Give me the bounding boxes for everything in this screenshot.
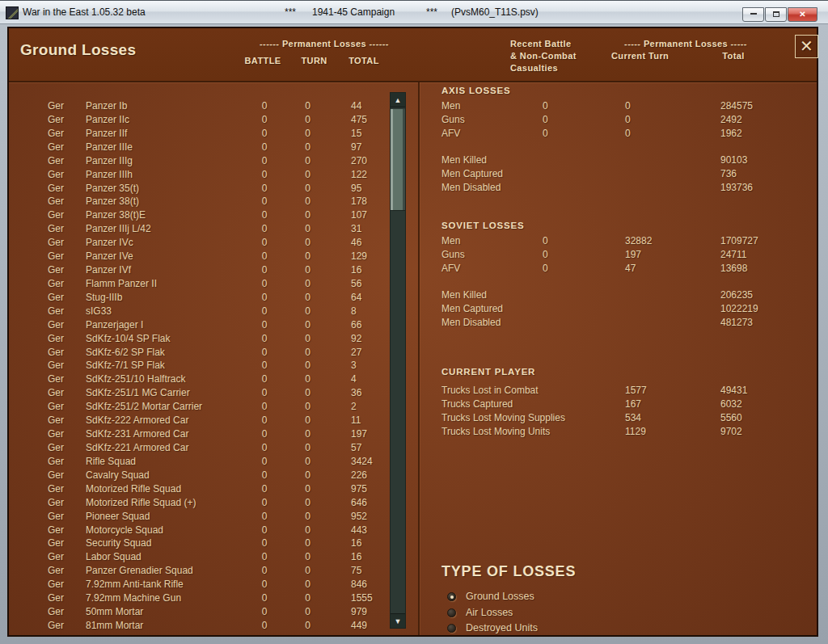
- column-header-total: TOTAL: [340, 56, 387, 65]
- casualties-value: 0: [543, 263, 548, 274]
- section-title-soviet-losses: SOVIET LOSSES: [441, 221, 524, 230]
- total-cell: 97: [351, 141, 361, 153]
- battle-cell: 0: [238, 537, 291, 549]
- total-cell: 92: [351, 333, 361, 344]
- battle-cell: 0: [238, 333, 291, 344]
- stat-label: Trucks Lost Moving Units: [441, 426, 550, 437]
- stat-label: Trucks Lost Moving Supplies: [441, 412, 565, 423]
- page-title: Ground Losses: [20, 41, 136, 59]
- column-header-battle: BATTLE: [236, 56, 289, 65]
- unit-name-cell: Cavalry Squad: [86, 469, 150, 481]
- radio-label: Ground Losses: [466, 591, 534, 602]
- table-row: GerSdKfz-221 Armored Car0057: [9, 442, 389, 456]
- minimize-button[interactable]: [742, 7, 764, 22]
- current-turn-value: 197: [625, 249, 641, 260]
- unit-name-cell: 7.92mm Anti-tank Rifle: [86, 579, 184, 590]
- unit-name-cell: Panzer IIIe: [86, 141, 133, 153]
- current-turn-value: 1129: [625, 426, 646, 437]
- faction-cell: Ger: [48, 347, 64, 358]
- ground-losses-screen: Ground Losses ------ Permanent Losses --…: [7, 27, 818, 637]
- turn-cell: 0: [287, 537, 328, 549]
- total-cell: 107: [351, 209, 367, 221]
- unit-name-cell: 81mm Mortar: [86, 620, 143, 631]
- total-cell: 226: [351, 469, 367, 481]
- faction-cell: Ger: [48, 456, 64, 467]
- total-cell: 646: [351, 497, 367, 508]
- battle-cell: 0: [238, 497, 291, 508]
- stat-label: Guns: [441, 249, 465, 260]
- turn-cell: 0: [287, 511, 328, 522]
- turn-cell: 0: [287, 483, 328, 495]
- battle-cell: 0: [238, 606, 291, 617]
- total-cell: 846: [351, 579, 367, 590]
- turn-cell: 0: [287, 442, 328, 453]
- unit-name-cell: Motorized Rifle Squad (+): [86, 497, 196, 508]
- radio-label: Destroyed Units: [466, 622, 538, 633]
- radio-label: Air Losses: [466, 607, 513, 618]
- unit-name-cell: Rifle Squad: [86, 456, 136, 467]
- recent-battle-header: & Non-Combat: [510, 51, 577, 61]
- battle-cell: 0: [238, 579, 291, 590]
- total-cell: 449: [351, 620, 367, 631]
- section-title-axis-losses: AXIS LOSSES: [441, 86, 511, 95]
- title-separator: ***: [426, 6, 437, 18]
- radio-icon[interactable]: [447, 624, 456, 633]
- faction-cell: Ger: [48, 579, 64, 590]
- faction-cell: Ger: [48, 141, 64, 153]
- total-value: 9702: [720, 426, 742, 437]
- radio-icon[interactable]: [447, 592, 456, 601]
- current-turn-value: 167: [625, 398, 641, 410]
- unit-name-cell: Flamm Panzer II: [86, 278, 157, 289]
- table-row: GerMotorized Rifle Squad (+)00646: [9, 497, 389, 511]
- total-cell: 1555: [351, 592, 373, 604]
- table-row: GerMotorcycle Squad00443: [9, 524, 389, 538]
- stat-label: AFV: [441, 263, 460, 274]
- faction-cell: Ger: [48, 497, 64, 508]
- total-cell: 16: [351, 551, 361, 562]
- unit-name-cell: Security Squad: [86, 537, 151, 549]
- table-row: GerPioneer Squad00952: [9, 511, 389, 524]
- radio-icon[interactable]: [447, 608, 456, 617]
- section-title-current-player: CURRENT PLAYER: [441, 367, 535, 377]
- casualties-value: 0: [543, 128, 548, 139]
- faction-cell: Ger: [48, 442, 64, 453]
- recent-battle-header: Recent Battle: [510, 39, 572, 48]
- battle-cell: 0: [238, 442, 291, 453]
- battle-cell: 0: [238, 551, 291, 562]
- battle-cell: 0: [238, 511, 291, 522]
- turn-cell: 0: [287, 456, 328, 467]
- current-turn-value: 1577: [625, 385, 647, 396]
- unit-name-cell: Labor Squad: [86, 551, 142, 562]
- total-cell: 16: [351, 537, 361, 549]
- battle-cell: 0: [238, 469, 291, 481]
- close-screen-button[interactable]: ✕: [795, 35, 818, 58]
- type-of-losses-title: TYPE OF LOSSES: [441, 563, 576, 580]
- unit-name-cell: SdKfz-221 Armored Car: [86, 442, 188, 453]
- faction-cell: Ger: [48, 537, 64, 549]
- close-window-button[interactable]: ✕: [788, 7, 817, 22]
- column-header-turn: TURN: [294, 56, 335, 65]
- stat-label: AFV: [441, 128, 460, 139]
- casualties-value: 0: [543, 114, 548, 125]
- total-cell: 56: [351, 278, 361, 289]
- battle-cell: 0: [238, 196, 291, 207]
- scroll-down-button[interactable]: ▼: [391, 613, 405, 628]
- stat-label: Men Killed: [441, 289, 487, 301]
- total-cell: 27: [351, 347, 361, 358]
- app-window: War in the East 1.05.32 beta *** 1941-45…: [0, 0, 828, 644]
- down-arrow-icon: ▼: [395, 617, 402, 625]
- total-value: 5560: [720, 412, 742, 423]
- turn-cell: 0: [287, 347, 328, 358]
- faction-cell: Ger: [48, 551, 64, 562]
- faction-cell: Ger: [48, 511, 64, 522]
- turn-cell: 0: [287, 620, 328, 631]
- total-value: 49431: [720, 385, 747, 396]
- stat-label: Men Disabled: [441, 317, 501, 328]
- turn-cell: 0: [287, 141, 328, 153]
- titlebar[interactable]: War in the East 1.05.32 beta *** 1941-45…: [0, 0, 828, 24]
- maximize-button[interactable]: [765, 7, 787, 22]
- battle-cell: 0: [238, 620, 291, 631]
- total-value: 193736: [720, 182, 753, 193]
- turn-cell: 0: [287, 551, 328, 562]
- permanent-losses-header-right: ----- Permanent Losses -----: [603, 39, 768, 48]
